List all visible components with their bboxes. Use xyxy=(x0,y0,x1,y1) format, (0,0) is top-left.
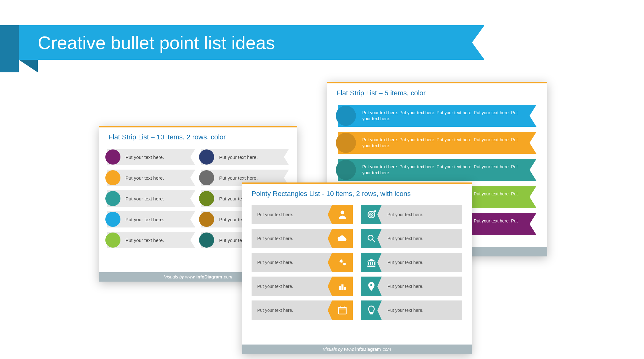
list-item-label: Put your text here. xyxy=(382,300,462,320)
list-item: Put your text here. xyxy=(107,149,195,165)
list-item: Put your text here. xyxy=(201,149,289,165)
person-icon xyxy=(332,205,353,224)
bullet-dot xyxy=(199,170,214,185)
bullet-dot xyxy=(199,149,214,165)
list-item: Put your text here. xyxy=(107,190,195,207)
page-title: Creative bullet point list ideas xyxy=(38,32,275,53)
list-item: Put your text here. xyxy=(107,170,195,186)
list-item: Put your text here. xyxy=(361,253,462,272)
gears-icon xyxy=(332,253,353,272)
bullet-dot xyxy=(199,212,214,227)
bullet-dot xyxy=(105,149,120,165)
list-item-label: Put your text here. xyxy=(252,253,332,272)
footer-prefix: Visuals by www. xyxy=(164,274,196,279)
list-item: Put your text here. xyxy=(252,205,353,224)
list-item: Put your text here. Put your text here. … xyxy=(338,159,536,181)
svg-rect-7 xyxy=(339,286,341,290)
bar-chart-icon xyxy=(332,277,353,296)
ribbon-notch xyxy=(472,25,485,60)
slide-b-title: Flat Strip List – 5 items, color xyxy=(327,83,547,100)
list-item: Put your text here. xyxy=(361,300,462,320)
slide-c-title: Pointy Rectangles List - 10 items, 2 row… xyxy=(242,184,472,200)
list-item: Put your text here. xyxy=(361,277,462,296)
svg-rect-8 xyxy=(341,285,343,290)
bullet-dot xyxy=(105,170,120,185)
list-item-label: Put your text here. xyxy=(252,300,332,320)
calendar-icon xyxy=(332,300,353,320)
list-item-label: Put your text here. Put your text here. … xyxy=(338,161,536,178)
ribbon-fold-back xyxy=(0,25,19,72)
bullet-dot xyxy=(336,160,356,180)
list-item: Put your text here. xyxy=(252,229,353,248)
list-item: Put your text here. xyxy=(252,277,353,296)
list-item: Put your text here. xyxy=(107,211,195,227)
svg-point-6 xyxy=(343,263,346,265)
title-ribbon: Creative bullet point list ideas xyxy=(19,25,484,60)
svg-point-4 xyxy=(368,235,373,240)
bullet-dot xyxy=(199,233,214,248)
list-item: Put your text here. xyxy=(107,232,195,248)
bullet-dot xyxy=(199,191,214,206)
footer-brand: infoDiagram xyxy=(355,347,381,352)
ribbon-fold xyxy=(19,60,38,72)
list-item-label: Put your text here. xyxy=(252,205,332,224)
svg-point-3 xyxy=(371,214,372,215)
list-item-label: Put your text here. Put your text here. … xyxy=(338,134,536,151)
list-item-label: Put your text here. xyxy=(382,277,462,296)
slide-footer: Visuals by www.infoDiagram.com xyxy=(242,345,472,354)
cloud-icon xyxy=(332,229,353,248)
footer-suffix: .com xyxy=(223,274,232,279)
list-item: Put your text here. Put your text here. … xyxy=(338,132,536,154)
slide-pointy-rectangles: Pointy Rectangles List - 10 items, 2 row… xyxy=(242,182,472,354)
list-item-label: Put your text here. xyxy=(382,205,462,224)
bullet-dot xyxy=(105,191,120,206)
footer-suffix: .com xyxy=(381,347,391,352)
list-item-label: Put your text here. xyxy=(252,277,332,296)
list-item: Put your text here. xyxy=(361,229,462,248)
svg-point-0 xyxy=(341,211,344,214)
bullet-dot xyxy=(336,133,356,153)
list-item: Put your text here. xyxy=(252,253,353,272)
bullet-dot xyxy=(105,233,120,248)
list-item: Put your text here. xyxy=(252,300,353,320)
list-item-label: Put your text here. xyxy=(382,253,462,272)
list-item-label: Put your text here. Put your text here. … xyxy=(338,107,536,124)
list-item: Put your text here. Put your text here. … xyxy=(338,105,536,127)
list-item-label: Put your text here. xyxy=(252,229,332,248)
slide-a-title: Flat Strip List – 10 items, 2 rows, colo… xyxy=(99,127,297,144)
footer-brand: infoDiagram xyxy=(196,274,222,279)
list-item-label: Put your text here. xyxy=(382,229,462,248)
list-item: Put your text here. xyxy=(361,205,462,224)
bullet-dot xyxy=(105,212,120,227)
svg-rect-9 xyxy=(344,287,346,290)
svg-rect-10 xyxy=(339,307,346,314)
bullet-dot xyxy=(336,106,356,126)
footer-prefix: Visuals by www. xyxy=(323,347,355,352)
